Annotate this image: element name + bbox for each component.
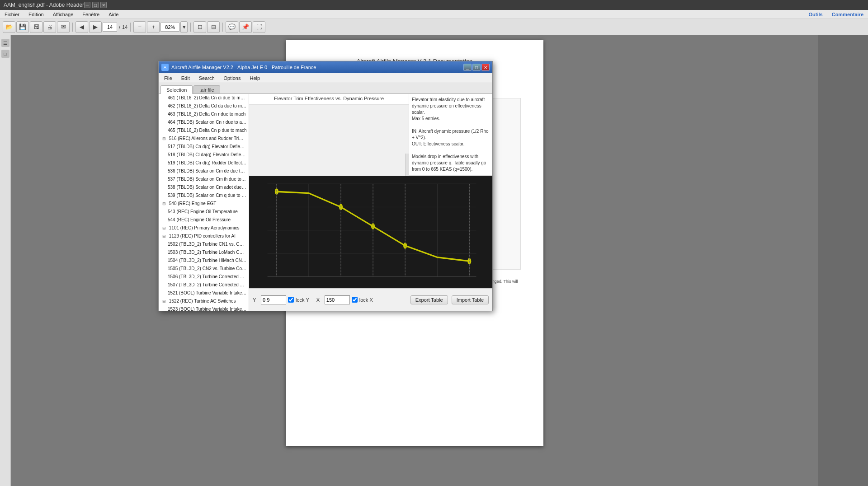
aam-menu-edit[interactable]: Edit [178,75,193,82]
prev-page-button[interactable]: ◀ [75,21,88,33]
y-label: Y [253,297,259,303]
tree-item-540[interactable]: ⊞ 540 (REC) Engine EGT [159,200,249,208]
open-button[interactable]: 📂 [3,21,15,33]
fullscreen-button[interactable]: ⛶ [253,21,265,33]
import-table-button[interactable]: Import Table [452,295,489,304]
adobe-menubar: Fichier Edition Affichage Fenêtre Aide O… [0,10,868,19]
aam-menubar: File Edit Search Options Help [159,73,492,83]
aam-app-icon: A [161,64,169,71]
tree-item-544[interactable]: 544 (REC) Engine Oil Pressure [159,216,249,224]
aam-chart-title: Elevator Trim Effectiveness vs. Dynamic … [249,94,409,105]
aam-bottom-bar: Y 0.9 lock Y X 150 lock X Export Table I… [249,288,492,311]
tree-item-1523[interactable]: 1523 (BOOL) Turbine Variable Intake Area… [159,305,249,311]
adobe-left-panel: ☰ □ [0,35,11,486]
aam-close-button[interactable]: ✕ [481,64,490,71]
tree-item-1521[interactable]: 1521 (BOOL) Turbine Variable Intake/Exha… [159,289,249,297]
tab-airfile[interactable]: .air file [193,85,220,93]
pages-icon[interactable]: □ [1,50,9,58]
x-field-group: X 150 lock X [316,295,373,304]
tree-item-543[interactable]: 543 (REC) Engine Oil Temperature [159,208,249,216]
window-controls: ─ □ ✕ [84,2,107,8]
tree-item-1502[interactable]: 1502 (TBL3D_2) Turbine CN1 vs. CN2 and M… [159,240,249,248]
tree-item-516[interactable]: ⊞ 516 (REC) Ailerons and Rudder Trim Sca… [159,135,249,143]
separator-3 [190,23,191,32]
menu-fichier[interactable]: Fichier [0,11,24,18]
tree-item-1505[interactable]: 1505 (TBL3D_2) CN2 vs. Turbine Corrected… [159,265,249,273]
page-indicator: 14 / 14 [103,23,127,32]
tree-item-1506[interactable]: 1506 (TBL3D_2) Turbine Corrected Thrust … [159,273,249,281]
aam-chart-title-area: Elevator Trim Effectiveness vs. Dynamic … [249,94,409,176]
menu-commentaire[interactable]: Commentaire [827,11,868,18]
tree-item-1129[interactable]: ⊞ 1129 (REC) PID controllers for AI [159,232,249,240]
aam-menu-options[interactable]: Options [220,75,245,82]
maximize-button[interactable]: □ [92,2,99,8]
highlight-button[interactable]: 📌 [239,21,252,33]
tree-item-461[interactable]: 461 (TBL16_2) Delta Cn di due to mach [159,94,249,102]
save-button[interactable]: 💾 [16,21,29,33]
aam-chart [249,176,492,288]
minimize-button[interactable]: ─ [84,2,90,8]
separator-4 [222,23,223,32]
aam-window-controls: _ □ ✕ [463,64,490,71]
aam-titlebar: A Aircraft Airfile Manager V2.2 - Alpha … [159,61,492,73]
tree-item-1522[interactable]: ⊞ 1522 (REC) Turbine AC Switches [159,297,249,305]
menu-outils[interactable]: Outils [804,11,827,18]
zoom-input[interactable]: 82% [160,23,179,32]
tree-item-463[interactable]: 463 (TBL16_2) Delta Cn r due to mach [159,110,249,118]
y-input[interactable]: 0.9 [261,295,286,304]
next-page-button[interactable]: ▶ [89,21,102,33]
tree-item-539[interactable]: 539 (TBLDB) Scalar on Cm q due to angle … [159,192,249,200]
zoom-dropdown[interactable]: ▾ [180,21,188,33]
y-field-group: Y 0.9 lock Y [253,295,309,304]
aam-menu-file[interactable]: File [160,75,176,82]
menu-affichage[interactable]: Affichage [48,11,78,18]
tree-item-1101[interactable]: ⊞ 1101 (REC) Primary Aerodynamics [159,224,249,232]
email-button[interactable]: ✉ [57,21,70,33]
aam-tree-panel[interactable]: 461 (TBL16_2) Delta Cn di due to mach 46… [159,94,249,311]
aam-tabs: Selection .air file [159,83,492,94]
export-table-button[interactable]: Export Table [410,295,448,304]
separator-1 [72,23,73,32]
aam-minimize-button[interactable]: _ [463,64,472,71]
page-total: 14 [122,24,127,30]
tree-item-464[interactable]: 464 (TBLDB) Scalar on Cn r due to angle … [159,118,249,126]
tree-item-536[interactable]: 536 (TBLDB) Scalar on Cm de due to angle… [159,167,249,175]
save-copy-button[interactable]: 🖫 [30,21,42,33]
tree-item-1507[interactable]: 1507 (TBL3D_2) Turbine Corrected Air Flo… [159,281,249,289]
fit-page-button[interactable]: ⊡ [193,21,206,33]
aam-maximize-button[interactable]: □ [472,64,481,71]
aam-window: A Aircraft Airfile Manager V2.2 - Alpha … [158,61,493,311]
aam-menu-search[interactable]: Search [195,75,218,82]
tree-item-518[interactable]: 518 (TBLDB) Cl da(q) Elevator Deflection… [159,151,249,159]
close-button[interactable]: ✕ [100,2,107,8]
tree-item-519[interactable]: 519 (TBLDB) Cn d(q) Rudder Deflection Mo… [159,159,249,167]
comment-button[interactable]: 💬 [226,21,238,33]
x-input[interactable]: 150 [325,295,350,304]
aam-menu-help[interactable]: Help [246,75,264,82]
menu-aide[interactable]: Aide [104,11,123,18]
tree-item-462[interactable]: 462 (TBL16_2) Delta Cd da due to mach [159,102,249,110]
zoom-in-button[interactable]: + [147,21,160,33]
fit-width-button[interactable]: ⊟ [207,21,220,33]
zoom-out-button[interactable]: − [133,21,146,33]
tree-item-465[interactable]: 465 (TBL16_2) Delta Cn p due to mach [159,126,249,135]
bookmarks-icon[interactable]: ☰ [1,39,9,47]
tree-item-517[interactable]: 517 (TBLDB) Cn d(q) Elevator Deflection … [159,143,249,151]
lock-x-checkbox[interactable] [352,297,358,303]
tree-item-538[interactable]: 538 (TBLDB) Scalar on Cm adot due to ang… [159,183,249,192]
menu-edition[interactable]: Edition [24,11,48,18]
tree-item-1504[interactable]: 1504 (TBL3D_2) Turbine HiMach CN2 vs. Th… [159,257,249,265]
lock-x-label: lock X [359,297,373,303]
adobe-title: AAM_english.pdf - Adobe Reader [4,2,84,8]
lock-y-label: lock Y [296,297,309,303]
print-button[interactable]: 🖨 [43,21,56,33]
aam-chart-svg [249,176,492,288]
menu-fenetre[interactable]: Fenêtre [78,11,104,18]
page-input[interactable]: 14 [103,23,117,32]
aam-top-area: Elevator Trim Effectiveness vs. Dynamic … [249,94,492,176]
tab-selection[interactable]: Selection [160,85,193,94]
aam-right-panel: Elevator Trim Effectiveness vs. Dynamic … [249,94,492,311]
lock-y-checkbox[interactable] [288,297,294,303]
tree-item-1503[interactable]: 1503 (TBL3D_2) Turbine LoMach CN2 vs. Ti… [159,248,249,257]
tree-item-537[interactable]: 537 (TBLDB) Scalar on Cm ih due to angle… [159,175,249,183]
